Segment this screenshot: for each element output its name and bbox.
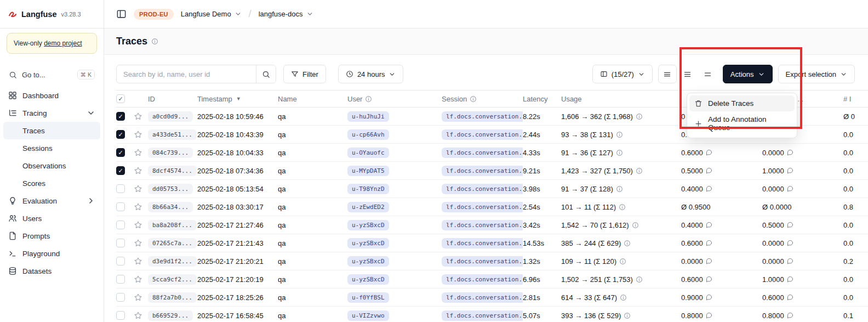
session-badge[interactable]: lf.docs.conversation... — [442, 256, 523, 267]
user-badge[interactable]: u-yzSBxcD — [347, 274, 389, 285]
col-header-latency[interactable]: Latency — [523, 95, 561, 103]
bookmark-star-icon[interactable] — [134, 311, 142, 320]
trace-id-badge[interactable]: 88f2a7b0... — [148, 292, 197, 303]
bookmark-star-icon[interactable] — [134, 202, 142, 211]
trace-id-badge[interactable]: a0cd0d9... — [148, 111, 193, 122]
session-badge[interactable]: lf.docs.conversation... — [442, 292, 523, 303]
search-submit-button[interactable] — [256, 65, 276, 83]
table-row[interactable]: dd05753... 2025-02-18 05:13:54 qa u-T98Y… — [116, 180, 868, 198]
row-height-large-button[interactable] — [699, 65, 717, 83]
user-badge[interactable]: u-T98YnzD — [347, 184, 389, 194]
trace-id-badge[interactable]: dd05753... — [148, 184, 193, 194]
user-badge[interactable]: u-VIZzvwo — [347, 310, 389, 321]
environment-badge[interactable]: PROD-EU — [134, 9, 174, 20]
bookmark-star-icon[interactable] — [134, 148, 142, 157]
sidebar-item-traces[interactable]: Traces — [3, 122, 100, 139]
user-badge[interactable]: u-f0YfBSL — [347, 292, 389, 303]
col-header-usage[interactable]: Usage — [561, 95, 681, 103]
session-badge[interactable]: lf.docs.conversation... — [442, 220, 523, 230]
row-height-small-button[interactable] — [658, 65, 677, 83]
trace-id-badge[interactable]: 07265c7a... — [148, 238, 197, 248]
bookmark-star-icon[interactable] — [134, 221, 142, 229]
col-header-clipped[interactable]: # I — [843, 95, 868, 103]
trace-id-badge[interactable]: b669529... — [148, 310, 193, 321]
row-checkbox[interactable] — [116, 184, 125, 193]
table-row[interactable]: 88f2a7b0... 2025-02-17 18:25:26 qa u-f0Y… — [116, 289, 868, 307]
row-checkbox[interactable] — [116, 202, 125, 211]
menu-item-delete-traces[interactable]: Delete Traces — [689, 95, 795, 111]
row-checkbox[interactable] — [116, 221, 125, 229]
row-height-medium-button[interactable] — [678, 65, 697, 83]
trace-id-badge[interactable]: 084c739... — [148, 148, 193, 158]
session-badge[interactable]: lf.docs.conversation... — [442, 148, 523, 158]
row-checkbox[interactable] — [116, 311, 125, 320]
session-badge[interactable]: lf.docs.conversation... — [442, 274, 523, 285]
sidebar-item-sessions[interactable]: Sessions — [3, 139, 100, 157]
row-checkbox[interactable] — [116, 275, 125, 284]
row-checkbox[interactable] — [116, 112, 125, 121]
sidebar-item-evaluation[interactable]: Evaluation — [3, 192, 100, 210]
session-badge[interactable]: lf.docs.conversation... — [442, 238, 523, 248]
row-checkbox[interactable] — [116, 166, 125, 175]
bookmark-star-icon[interactable] — [134, 293, 142, 302]
user-badge[interactable]: u-OYauofc — [347, 148, 389, 158]
export-selection-button[interactable]: Export selection — [778, 65, 855, 83]
sidebar-toggle-icon[interactable] — [116, 9, 127, 19]
session-badge[interactable]: lf.docs.conversation... — [442, 166, 523, 176]
row-checkbox[interactable] — [116, 293, 125, 302]
table-row[interactable]: 8dcf4574... 2025-02-18 07:34:36 qa u-MYp… — [116, 162, 868, 180]
row-checkbox[interactable] — [116, 239, 125, 247]
bookmark-star-icon[interactable] — [134, 166, 142, 175]
search-input[interactable] — [117, 70, 256, 78]
user-badge[interactable]: u-yzSBxcD — [347, 220, 389, 230]
user-badge[interactable]: u-cp66Avh — [347, 129, 389, 140]
time-range-button[interactable]: 24 hours — [338, 65, 404, 83]
user-badge[interactable]: u-zEwdED2 — [347, 202, 389, 212]
table-row[interactable]: 07265c7a... 2025-02-17 21:21:43 qa u-yzS… — [116, 234, 868, 252]
user-badge[interactable]: u-yzSBxcD — [347, 256, 389, 267]
row-checkbox[interactable] — [116, 257, 125, 265]
user-badge[interactable]: u-huJhuJi — [347, 111, 389, 122]
sidebar-item-users[interactable]: Users — [3, 210, 100, 227]
sidebar-item-dashboard[interactable]: Dashboard — [3, 87, 100, 104]
session-badge[interactable]: lf.docs.conversation... — [442, 129, 523, 140]
sidebar-item-playground[interactable]: Playground — [3, 245, 100, 262]
goto-search[interactable]: Go to... ⌘ K — [3, 66, 100, 83]
demo-project-link[interactable]: demo project — [44, 39, 82, 47]
col-header-user[interactable]: User — [347, 95, 442, 103]
trace-id-badge[interactable]: ba8a208f... — [148, 220, 197, 230]
sidebar-item-prompts[interactable]: Prompts — [3, 227, 100, 245]
trace-id-badge[interactable]: 5cca9cf2... — [148, 274, 197, 285]
row-checkbox[interactable] — [116, 148, 125, 157]
table-row[interactable]: ba8a208f... 2025-02-17 21:27:46 qa u-yzS… — [116, 216, 868, 234]
col-header-session[interactable]: Session — [442, 95, 523, 103]
user-badge[interactable]: u-yzSBxcD — [347, 238, 389, 248]
col-header-name[interactable]: Name — [278, 95, 347, 103]
sidebar-item-tracing[interactable]: Tracing — [3, 104, 100, 122]
session-badge[interactable]: lf.docs.conversation... — [442, 310, 523, 321]
table-row[interactable]: 8b66a34... 2025-02-18 03:30:17 qa u-zEwd… — [116, 198, 868, 216]
col-header-id[interactable]: ID — [148, 95, 197, 103]
project-selector[interactable]: langfuse-docs — [259, 10, 313, 18]
session-badge[interactable]: lf.docs.conversation... — [442, 202, 523, 212]
bookmark-star-icon[interactable] — [134, 184, 142, 193]
sidebar-item-datasets[interactable]: Datasets — [3, 262, 100, 280]
user-badge[interactable]: u-MYpDAT5 — [347, 166, 389, 176]
menu-item-add-to-annotation-queue[interactable]: Add to Annotation Queue — [689, 111, 795, 135]
table-row[interactable]: d3e9d1f2... 2025-02-17 21:20:21 qa u-yzS… — [116, 252, 868, 270]
session-badge[interactable]: lf.docs.conversation... — [442, 111, 523, 122]
trace-id-badge[interactable]: a433de51... — [148, 129, 197, 140]
table-row[interactable]: 084c739... 2025-02-18 10:04:33 qa u-OYau… — [116, 144, 868, 162]
bookmark-star-icon[interactable] — [134, 130, 142, 139]
table-row[interactable]: 5cca9cf2... 2025-02-17 21:20:19 qa u-yzS… — [116, 270, 868, 289]
bookmark-star-icon[interactable] — [134, 239, 142, 247]
bookmark-star-icon[interactable] — [134, 275, 142, 284]
filter-button[interactable]: Filter — [283, 65, 326, 83]
bookmark-star-icon[interactable] — [134, 257, 142, 265]
trace-id-badge[interactable]: d3e9d1f2... — [148, 256, 197, 267]
column-visibility-button[interactable]: (15/27) — [592, 65, 653, 83]
table-row[interactable]: b669529... 2025-02-17 16:58:45 qa u-VIZz… — [116, 307, 868, 322]
org-selector[interactable]: Langfuse Demo — [181, 10, 242, 18]
select-all-checkbox[interactable] — [116, 94, 125, 103]
col-header-timestamp[interactable]: Timestamp ▼ — [197, 95, 278, 103]
